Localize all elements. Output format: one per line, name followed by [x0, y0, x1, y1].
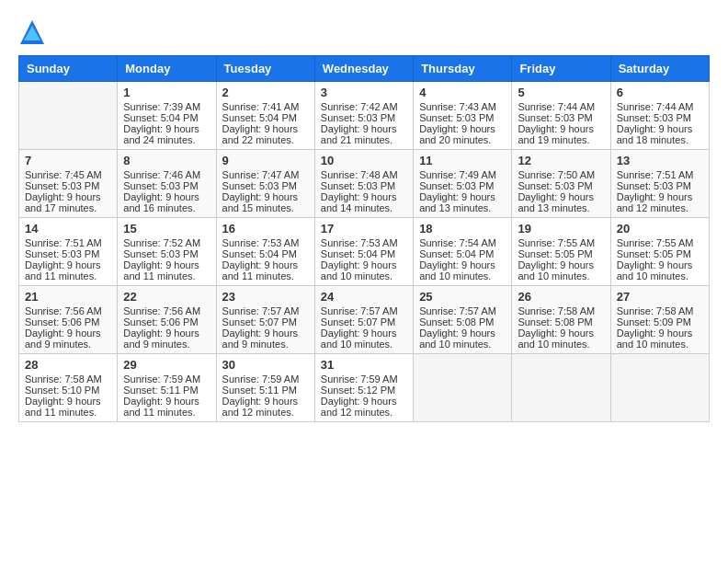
day-info: and 13 minutes. — [518, 202, 604, 213]
day-number: 10 — [321, 154, 407, 167]
day-info: Sunrise: 7:58 AM — [518, 305, 604, 316]
calendar-cell: 5Sunrise: 7:44 AMSunset: 5:03 PMDaylight… — [512, 82, 610, 150]
day-info: and 9 minutes. — [25, 339, 111, 350]
day-info: and 9 minutes. — [123, 339, 210, 350]
day-info: Sunset: 5:06 PM — [25, 316, 111, 327]
day-info: Sunset: 5:03 PM — [25, 180, 111, 191]
weekday-header: Monday — [118, 56, 216, 82]
weekday-header: Thursday — [414, 56, 512, 82]
day-info: Daylight: 9 hours — [518, 259, 604, 270]
day-number: 8 — [123, 154, 210, 167]
day-info: and 24 minutes. — [123, 134, 210, 145]
day-info: Sunrise: 7:57 AM — [419, 305, 506, 316]
day-info: Sunrise: 7:42 AM — [321, 101, 407, 112]
day-number: 15 — [123, 222, 210, 236]
day-info: Daylight: 9 hours — [25, 327, 111, 339]
day-info: Sunset: 5:08 PM — [419, 316, 506, 327]
day-info: Sunset: 5:04 PM — [123, 112, 210, 123]
day-info: and 15 minutes. — [222, 202, 309, 213]
calendar-cell — [512, 354, 610, 422]
day-info: and 10 minutes. — [419, 270, 506, 282]
day-info: Sunset: 5:07 PM — [222, 316, 309, 327]
day-info: and 17 minutes. — [25, 202, 111, 213]
calendar-cell — [610, 354, 709, 422]
day-info: Sunrise: 7:58 AM — [617, 305, 703, 316]
calendar-cell: 17Sunrise: 7:53 AMSunset: 5:04 PMDayligh… — [314, 218, 413, 286]
day-info: Sunrise: 7:52 AM — [123, 237, 210, 248]
calendar-cell: 25Sunrise: 7:57 AMSunset: 5:08 PMDayligh… — [414, 286, 512, 354]
day-info: Daylight: 9 hours — [222, 191, 309, 202]
day-info: Daylight: 9 hours — [222, 123, 309, 134]
day-info: Sunrise: 7:53 AM — [222, 237, 309, 248]
day-number: 22 — [123, 290, 210, 304]
day-info: Sunset: 5:03 PM — [321, 112, 407, 123]
day-info: Daylight: 9 hours — [321, 191, 407, 202]
day-info: and 9 minutes. — [222, 339, 309, 350]
day-info: and 19 minutes. — [518, 134, 604, 145]
day-number: 2 — [222, 86, 309, 99]
day-info: Daylight: 9 hours — [321, 396, 407, 407]
day-info: Sunrise: 7:57 AM — [222, 305, 309, 316]
day-info: and 10 minutes. — [518, 270, 604, 282]
day-number: 19 — [518, 222, 604, 236]
day-info: Sunset: 5:12 PM — [321, 385, 407, 396]
day-info: Sunrise: 7:45 AM — [25, 169, 111, 180]
day-info: Sunset: 5:11 PM — [222, 385, 309, 396]
day-info: Sunrise: 7:59 AM — [123, 373, 210, 385]
day-info: Sunrise: 7:59 AM — [321, 373, 407, 385]
calendar-cell: 1Sunrise: 7:39 AMSunset: 5:04 PMDaylight… — [118, 82, 216, 150]
day-number: 12 — [518, 154, 604, 167]
day-info: Daylight: 9 hours — [419, 259, 506, 270]
day-info: and 10 minutes. — [321, 339, 407, 350]
calendar-cell: 24Sunrise: 7:57 AMSunset: 5:07 PMDayligh… — [314, 286, 413, 354]
day-info: Daylight: 9 hours — [222, 327, 309, 339]
day-info: Sunrise: 7:50 AM — [518, 169, 604, 180]
logo-icon — [18, 18, 46, 46]
day-info: and 11 minutes. — [123, 270, 210, 282]
calendar-cell: 19Sunrise: 7:55 AMSunset: 5:05 PMDayligh… — [512, 218, 610, 286]
day-number: 7 — [25, 154, 111, 167]
day-info: Daylight: 9 hours — [617, 191, 703, 202]
day-info: Sunset: 5:08 PM — [518, 316, 604, 327]
calendar-cell: 4Sunrise: 7:43 AMSunset: 5:03 PMDaylight… — [414, 82, 512, 150]
page-header — [18, 18, 710, 46]
day-info: and 21 minutes. — [321, 134, 407, 145]
day-number: 13 — [617, 154, 703, 167]
day-info: Sunset: 5:04 PM — [419, 248, 506, 259]
calendar-table: SundayMondayTuesdayWednesdayThursdayFrid… — [18, 55, 710, 422]
calendar-cell: 12Sunrise: 7:50 AMSunset: 5:03 PMDayligh… — [512, 150, 610, 218]
calendar-cell: 21Sunrise: 7:56 AMSunset: 5:06 PMDayligh… — [19, 286, 118, 354]
calendar-cell: 7Sunrise: 7:45 AMSunset: 5:03 PMDaylight… — [19, 150, 118, 218]
day-info: Sunset: 5:03 PM — [321, 180, 407, 191]
day-info: Sunrise: 7:58 AM — [25, 373, 111, 385]
day-info: and 11 minutes. — [25, 407, 111, 418]
day-info: and 12 minutes. — [617, 202, 703, 213]
calendar-cell — [414, 354, 512, 422]
calendar-cell: 23Sunrise: 7:57 AMSunset: 5:07 PMDayligh… — [216, 286, 314, 354]
day-info: and 11 minutes. — [123, 407, 210, 418]
calendar-week-row: 21Sunrise: 7:56 AMSunset: 5:06 PMDayligh… — [19, 286, 710, 354]
day-info: Daylight: 9 hours — [123, 396, 210, 407]
day-info: Sunset: 5:03 PM — [123, 248, 210, 259]
calendar-cell — [19, 82, 118, 150]
weekday-header-row: SundayMondayTuesdayWednesdayThursdayFrid… — [19, 56, 710, 82]
day-info: Daylight: 9 hours — [518, 327, 604, 339]
day-info: Sunset: 5:04 PM — [222, 248, 309, 259]
day-info: Sunrise: 7:48 AM — [321, 169, 407, 180]
day-info: and 12 minutes. — [222, 407, 309, 418]
day-info: Sunrise: 7:55 AM — [617, 237, 703, 248]
day-info: Daylight: 9 hours — [321, 327, 407, 339]
day-info: Sunset: 5:03 PM — [617, 180, 703, 191]
day-info: Sunset: 5:11 PM — [123, 385, 210, 396]
day-info: Daylight: 9 hours — [617, 327, 703, 339]
day-info: Daylight: 9 hours — [617, 259, 703, 270]
day-info: Sunrise: 7:49 AM — [419, 169, 506, 180]
calendar-cell: 18Sunrise: 7:54 AMSunset: 5:04 PMDayligh… — [414, 218, 512, 286]
day-number: 5 — [518, 86, 604, 99]
day-info: Sunset: 5:06 PM — [123, 316, 210, 327]
day-info: Daylight: 9 hours — [617, 123, 703, 134]
day-info: Sunset: 5:04 PM — [222, 112, 309, 123]
day-info: Daylight: 9 hours — [25, 259, 111, 270]
day-info: Daylight: 9 hours — [419, 123, 506, 134]
calendar-week-row: 7Sunrise: 7:45 AMSunset: 5:03 PMDaylight… — [19, 150, 710, 218]
